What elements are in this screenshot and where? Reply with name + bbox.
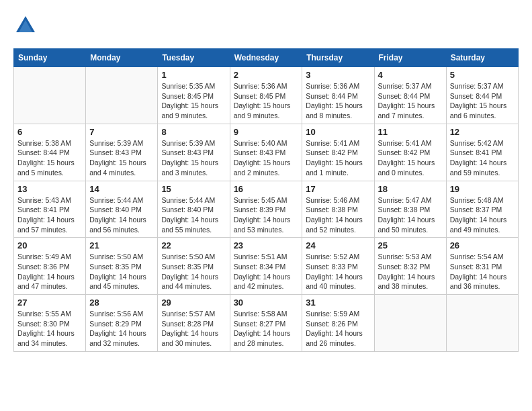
day-number: 28 <box>89 298 154 308</box>
day-info: Sunrise: 5:40 AM Sunset: 8:43 PM Dayligh… <box>234 138 299 178</box>
calendar-cell: 30Sunrise: 5:58 AM Sunset: 8:27 PM Dayli… <box>230 295 302 352</box>
day-number: 9 <box>234 127 299 137</box>
day-info: Sunrise: 5:41 AM Sunset: 8:42 PM Dayligh… <box>306 138 370 178</box>
day-info: Sunrise: 5:42 AM Sunset: 8:41 PM Dayligh… <box>450 138 515 178</box>
calendar-cell: 25Sunrise: 5:53 AM Sunset: 8:32 PM Dayli… <box>374 238 446 295</box>
calendar-cell <box>14 67 86 124</box>
page-header <box>13 13 519 38</box>
calendar-cell <box>86 67 158 124</box>
day-info: Sunrise: 5:38 AM Sunset: 8:44 PM Dayligh… <box>17 138 82 178</box>
day-number: 12 <box>450 127 515 137</box>
calendar-cell: 27Sunrise: 5:55 AM Sunset: 8:30 PM Dayli… <box>14 295 86 352</box>
calendar-cell: 19Sunrise: 5:48 AM Sunset: 8:37 PM Dayli… <box>446 181 518 238</box>
day-info: Sunrise: 5:43 AM Sunset: 8:41 PM Dayligh… <box>17 195 82 235</box>
day-number: 2 <box>234 70 299 80</box>
day-number: 22 <box>161 240 226 250</box>
day-info: Sunrise: 5:39 AM Sunset: 8:43 PM Dayligh… <box>161 138 226 178</box>
calendar-cell: 29Sunrise: 5:57 AM Sunset: 8:28 PM Dayli… <box>158 295 230 352</box>
calendar-cell: 15Sunrise: 5:44 AM Sunset: 8:40 PM Dayli… <box>158 181 230 238</box>
calendar-cell <box>446 295 518 352</box>
calendar-week-row: 1Sunrise: 5:35 AM Sunset: 8:45 PM Daylig… <box>14 67 519 124</box>
day-number: 24 <box>306 240 370 250</box>
calendar-cell: 26Sunrise: 5:54 AM Sunset: 8:31 PM Dayli… <box>446 238 518 295</box>
day-number: 30 <box>234 298 299 308</box>
day-number: 4 <box>378 70 443 80</box>
day-info: Sunrise: 5:45 AM Sunset: 8:39 PM Dayligh… <box>234 195 299 235</box>
day-info: Sunrise: 5:41 AM Sunset: 8:42 PM Dayligh… <box>378 138 443 178</box>
calendar-cell: 6Sunrise: 5:38 AM Sunset: 8:44 PM Daylig… <box>14 124 86 181</box>
calendar-cell: 4Sunrise: 5:37 AM Sunset: 8:44 PM Daylig… <box>374 67 446 124</box>
day-info: Sunrise: 5:49 AM Sunset: 8:36 PM Dayligh… <box>17 252 82 291</box>
day-number: 25 <box>378 240 443 250</box>
calendar-cell: 18Sunrise: 5:47 AM Sunset: 8:38 PM Dayli… <box>374 181 446 238</box>
calendar-cell: 14Sunrise: 5:44 AM Sunset: 8:40 PM Dayli… <box>86 181 158 238</box>
day-number: 3 <box>306 70 370 80</box>
calendar-cell: 5Sunrise: 5:37 AM Sunset: 8:44 PM Daylig… <box>446 67 518 124</box>
calendar-cell <box>374 295 446 352</box>
logo-icon <box>13 13 38 38</box>
calendar-cell: 21Sunrise: 5:50 AM Sunset: 8:35 PM Dayli… <box>86 238 158 295</box>
day-number: 1 <box>161 70 226 80</box>
day-number: 27 <box>17 298 82 308</box>
calendar-cell: 13Sunrise: 5:43 AM Sunset: 8:41 PM Dayli… <box>14 181 86 238</box>
day-number: 14 <box>89 184 154 194</box>
day-info: Sunrise: 5:56 AM Sunset: 8:29 PM Dayligh… <box>89 309 154 349</box>
calendar-header-row: SundayMondayTuesdayWednesdayThursdayFrid… <box>14 49 519 67</box>
calendar-week-row: 6Sunrise: 5:38 AM Sunset: 8:44 PM Daylig… <box>14 124 519 181</box>
day-number: 8 <box>161 127 226 137</box>
calendar-cell: 20Sunrise: 5:49 AM Sunset: 8:36 PM Dayli… <box>14 238 86 295</box>
day-info: Sunrise: 5:46 AM Sunset: 8:38 PM Dayligh… <box>306 195 370 235</box>
day-number: 20 <box>17 240 82 250</box>
day-info: Sunrise: 5:48 AM Sunset: 8:37 PM Dayligh… <box>450 195 515 235</box>
day-number: 16 <box>234 184 299 194</box>
day-info: Sunrise: 5:57 AM Sunset: 8:28 PM Dayligh… <box>161 309 226 349</box>
calendar-cell: 1Sunrise: 5:35 AM Sunset: 8:45 PM Daylig… <box>158 67 230 124</box>
calendar-cell: 2Sunrise: 5:36 AM Sunset: 8:45 PM Daylig… <box>230 67 302 124</box>
day-number: 31 <box>306 298 370 308</box>
day-info: Sunrise: 5:37 AM Sunset: 8:44 PM Dayligh… <box>450 81 515 121</box>
day-info: Sunrise: 5:59 AM Sunset: 8:26 PM Dayligh… <box>306 309 370 349</box>
calendar-week-row: 27Sunrise: 5:55 AM Sunset: 8:30 PM Dayli… <box>14 295 519 352</box>
day-info: Sunrise: 5:54 AM Sunset: 8:31 PM Dayligh… <box>450 252 515 291</box>
weekday-header: Friday <box>374 49 446 67</box>
calendar-cell: 11Sunrise: 5:41 AM Sunset: 8:42 PM Dayli… <box>374 124 446 181</box>
day-info: Sunrise: 5:36 AM Sunset: 8:45 PM Dayligh… <box>234 81 299 121</box>
day-info: Sunrise: 5:47 AM Sunset: 8:38 PM Dayligh… <box>378 195 443 235</box>
day-number: 10 <box>306 127 370 137</box>
calendar-cell: 22Sunrise: 5:50 AM Sunset: 8:35 PM Dayli… <box>158 238 230 295</box>
calendar-cell: 24Sunrise: 5:52 AM Sunset: 8:33 PM Dayli… <box>302 238 374 295</box>
day-info: Sunrise: 5:58 AM Sunset: 8:27 PM Dayligh… <box>234 309 299 349</box>
day-info: Sunrise: 5:39 AM Sunset: 8:43 PM Dayligh… <box>89 138 154 178</box>
logo <box>13 13 40 38</box>
day-info: Sunrise: 5:36 AM Sunset: 8:44 PM Dayligh… <box>306 81 370 121</box>
calendar-cell: 31Sunrise: 5:59 AM Sunset: 8:26 PM Dayli… <box>302 295 374 352</box>
day-info: Sunrise: 5:44 AM Sunset: 8:40 PM Dayligh… <box>89 195 154 235</box>
day-info: Sunrise: 5:53 AM Sunset: 8:32 PM Dayligh… <box>378 252 443 291</box>
day-number: 5 <box>450 70 515 80</box>
calendar-cell: 12Sunrise: 5:42 AM Sunset: 8:41 PM Dayli… <box>446 124 518 181</box>
calendar-cell: 17Sunrise: 5:46 AM Sunset: 8:38 PM Dayli… <box>302 181 374 238</box>
day-number: 7 <box>89 127 154 137</box>
day-number: 29 <box>161 298 226 308</box>
day-number: 18 <box>378 184 443 194</box>
weekday-header: Thursday <box>302 49 374 67</box>
day-info: Sunrise: 5:35 AM Sunset: 8:45 PM Dayligh… <box>161 81 226 121</box>
day-number: 26 <box>450 240 515 250</box>
day-info: Sunrise: 5:44 AM Sunset: 8:40 PM Dayligh… <box>161 195 226 235</box>
calendar-week-row: 13Sunrise: 5:43 AM Sunset: 8:41 PM Dayli… <box>14 181 519 238</box>
calendar-cell: 23Sunrise: 5:51 AM Sunset: 8:34 PM Dayli… <box>230 238 302 295</box>
calendar-cell: 9Sunrise: 5:40 AM Sunset: 8:43 PM Daylig… <box>230 124 302 181</box>
day-number: 13 <box>17 184 82 194</box>
calendar-cell: 16Sunrise: 5:45 AM Sunset: 8:39 PM Dayli… <box>230 181 302 238</box>
weekday-header: Saturday <box>446 49 518 67</box>
day-number: 23 <box>234 240 299 250</box>
day-number: 19 <box>450 184 515 194</box>
day-info: Sunrise: 5:50 AM Sunset: 8:35 PM Dayligh… <box>89 252 154 291</box>
weekday-header: Sunday <box>14 49 86 67</box>
day-number: 6 <box>17 127 82 137</box>
calendar-cell: 7Sunrise: 5:39 AM Sunset: 8:43 PM Daylig… <box>86 124 158 181</box>
weekday-header: Monday <box>86 49 158 67</box>
calendar-cell: 8Sunrise: 5:39 AM Sunset: 8:43 PM Daylig… <box>158 124 230 181</box>
day-info: Sunrise: 5:37 AM Sunset: 8:44 PM Dayligh… <box>378 81 443 121</box>
day-info: Sunrise: 5:51 AM Sunset: 8:34 PM Dayligh… <box>234 252 299 291</box>
